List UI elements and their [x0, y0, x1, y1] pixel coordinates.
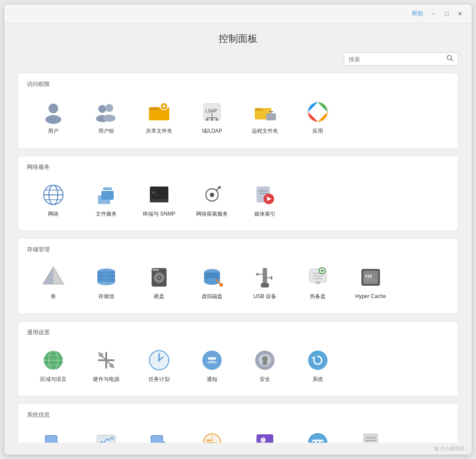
section-title-access: 访问权限 — [27, 80, 449, 88]
icon-item-hyper-cache[interactable]: SSDHyper Cache — [344, 260, 397, 305]
icon-item-hardware-power[interactable]: 硬件与电源 — [80, 343, 133, 388]
icon-item-resource-monitor[interactable]: 资源监控 — [80, 425, 133, 443]
icon-service — [146, 429, 172, 443]
section-title-sysinfo: 系统信息 — [27, 411, 449, 419]
svg-rect-32 — [103, 187, 112, 190]
icon-item-service[interactable]: 服务 — [133, 425, 186, 443]
icon-security — [252, 347, 278, 373]
icon-system-update — [305, 347, 331, 373]
icon-label-region-lang: 区域与语言 — [40, 376, 67, 383]
icon-terminal-port — [305, 429, 331, 443]
svg-rect-35 — [150, 199, 168, 202]
icon-user — [40, 99, 67, 125]
icon-resource-monitor — [93, 429, 119, 443]
icon-item-media-index[interactable]: 媒体索引 — [238, 177, 291, 222]
icon-item-notification[interactable]: 通知 — [186, 343, 238, 388]
svg-point-97 — [208, 357, 211, 360]
icon-item-task-schedule[interactable]: 任务计划 — [133, 343, 186, 388]
icon-task — [146, 347, 172, 373]
icon-item-system[interactable]: 系统 — [291, 343, 344, 388]
icon-item-shared-folder[interactable]: 共享文件夹 — [133, 94, 186, 139]
svg-point-7 — [103, 115, 115, 122]
section-storage: 存储管理卷存储池硬盘虚拟磁盘USB 设备热备盘SSDHyper Cache — [18, 238, 458, 314]
icon-item-virtual-disk[interactable]: 虚拟磁盘 — [186, 260, 238, 305]
search-input[interactable] — [349, 56, 446, 63]
svg-line-1 — [451, 60, 453, 61]
icon-notification — [199, 347, 225, 373]
icon-item-network-discovery[interactable]: 网络探索服务 — [186, 177, 238, 222]
icon-item-storage-pool[interactable]: 存储池 — [80, 260, 133, 305]
svg-point-65 — [256, 273, 259, 276]
icon-remote-folder — [252, 99, 278, 125]
restore-button[interactable]: □ — [443, 9, 450, 18]
icon-item-usb[interactable]: USB 设备 — [238, 260, 291, 305]
icon-item-hot-spare[interactable]: 热备盘 — [291, 260, 344, 305]
icon-online-user — [252, 429, 278, 443]
icon-label-task-schedule: 任务计划 — [149, 376, 170, 383]
help-link[interactable]: 帮助 — [412, 10, 423, 18]
icon-item-terminal-port[interactable]: 端口 — [291, 425, 344, 443]
icon-label-remote-folder: 远程文件夹 — [252, 128, 278, 135]
icon-label-virtual-disk: 虚拟磁盘 — [201, 293, 223, 300]
icon-item-online-user[interactable]: 在线用户 — [238, 425, 291, 443]
icon-label-ldap: 域/LDAP — [202, 128, 223, 135]
icon-label-storage-pool: 存储池 — [98, 293, 114, 300]
icons-grid-sysinfo: i总览资源监控服务进程在线用户端口系统日志 — [27, 425, 449, 443]
svg-point-96 — [202, 351, 222, 370]
icon-item-region-lang[interactable]: 区域与语言 — [27, 343, 80, 388]
svg-rect-107 — [46, 436, 56, 443]
icon-label-network: 网络 — [48, 211, 59, 218]
search-icon — [446, 55, 454, 63]
svg-point-3 — [45, 115, 61, 124]
icon-label-volume: 卷 — [51, 293, 56, 300]
svg-rect-115 — [152, 436, 162, 443]
icon-app — [305, 99, 331, 125]
icon-item-volume[interactable]: 卷 — [27, 260, 80, 305]
icon-item-disk[interactable]: 硬盘 — [133, 260, 186, 305]
svg-point-37 — [210, 193, 214, 197]
icon-label-app: 应用 — [312, 128, 323, 135]
svg-point-24 — [314, 108, 321, 116]
svg-point-4 — [98, 105, 106, 113]
icon-shared-folder — [146, 99, 172, 125]
svg-text:>_: >_ — [152, 190, 158, 195]
svg-point-2 — [48, 104, 58, 113]
close-button[interactable]: ✕ — [456, 9, 465, 18]
svg-text:LDAP: LDAP — [205, 108, 217, 114]
svg-point-6 — [105, 104, 113, 112]
svg-rect-31 — [101, 191, 114, 200]
icon-item-system-log[interactable]: 系统日志 — [344, 425, 397, 443]
svg-rect-122 — [206, 440, 212, 441]
minimize-button[interactable]: － — [428, 9, 438, 19]
icon-item-user[interactable]: 用户 — [27, 94, 80, 139]
section-title-storage: 存储管理 — [27, 246, 449, 254]
icon-item-overview[interactable]: i总览 — [27, 425, 80, 443]
svg-point-61 — [219, 283, 223, 287]
svg-point-17 — [211, 118, 213, 121]
svg-rect-103 — [263, 361, 267, 365]
icon-label-media-index: 媒体索引 — [254, 211, 275, 218]
svg-point-51 — [97, 279, 115, 285]
icon-label-usb: USB 设备 — [253, 293, 276, 300]
icon-item-group[interactable]: 用户组 — [80, 94, 133, 139]
icon-item-ldap[interactable]: LDAP域/LDAP — [186, 94, 238, 139]
sections-container: 访问权限用户用户组共享文件夹LDAP域/LDAP远程文件夹应用网络服务网络文件服… — [18, 73, 458, 443]
icon-label-user: 用户 — [48, 128, 59, 135]
icon-item-network[interactable]: 网络 — [27, 177, 80, 222]
icon-usb — [252, 264, 278, 291]
svg-rect-72 — [316, 281, 320, 284]
icon-item-app[interactable]: 应用 — [291, 94, 344, 139]
svg-point-39 — [218, 186, 221, 189]
svg-point-99 — [213, 357, 216, 360]
icons-grid-network: 网络文件服务>_终端与 SNMP网络探索服务媒体索引 — [27, 177, 449, 222]
svg-rect-20 — [266, 113, 276, 120]
icon-item-file-service[interactable]: 文件服务 — [80, 177, 133, 222]
search-bar — [344, 52, 458, 66]
icons-grid-storage: 卷存储池硬盘虚拟磁盘USB 设备热备盘SSDHyper Cache — [27, 260, 449, 305]
icon-item-security[interactable]: 安全 — [238, 343, 291, 388]
icon-item-process[interactable]: 进程 — [186, 425, 238, 443]
icon-media-index — [252, 182, 278, 208]
footer: 值 什么值得买 — [4, 443, 472, 455]
icon-item-remote-folder[interactable]: 远程文件夹 — [238, 94, 291, 139]
icon-item-terminal-snmp[interactable]: >_终端与 SNMP — [133, 177, 186, 222]
